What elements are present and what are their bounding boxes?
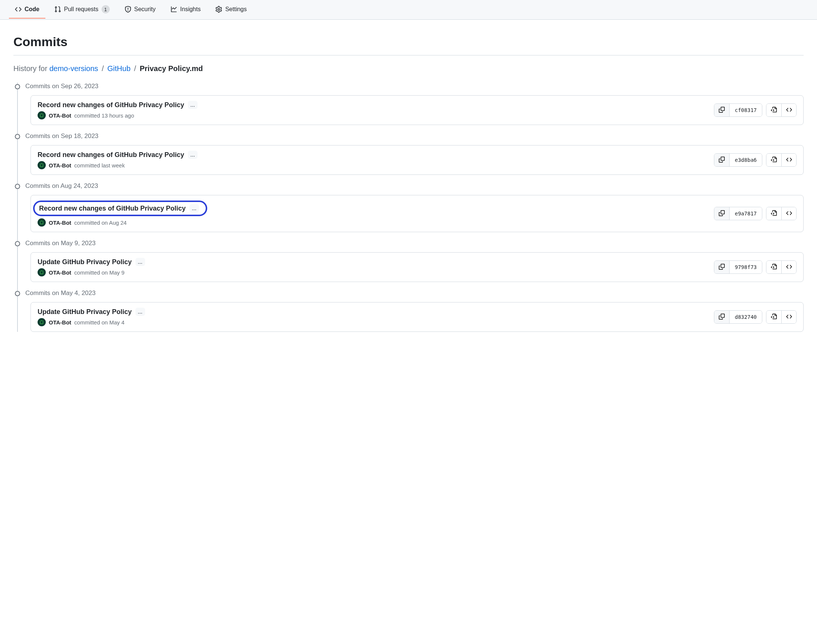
gear-icon [215,6,222,13]
commit-list: Record new changes of GitHub Privacy Pol… [31,195,803,232]
breadcrumb-sep: / [134,64,136,72]
commit-author-link[interactable]: OTA-Bot [49,219,71,226]
avatar[interactable] [38,161,46,169]
commit-date-label: Commits on Sep 18, 2023 [25,132,803,140]
commit-meta: OTA-Botcommitted on Aug 24 [38,218,714,227]
code-icon [15,6,21,13]
view-commit-link[interactable]: e3d8ba6 [729,154,762,166]
tab-label: Code [25,6,40,13]
view-file-button[interactable] [766,311,781,323]
sha-button-group: 9798f73 [714,261,762,274]
avatar[interactable] [38,268,46,276]
commit-author-link[interactable]: OTA-Bot [49,162,71,169]
tab-code[interactable]: Code [9,1,45,18]
breadcrumb-folder[interactable]: GitHub [107,64,130,72]
commit-actions: d832740 [714,310,797,324]
commit-title-link[interactable]: Record new changes of GitHub Privacy Pol… [38,101,184,109]
tab-insights[interactable]: Insights [164,1,207,18]
copy-sha-button[interactable] [714,311,729,323]
copy-sha-button[interactable] [714,154,729,166]
commit-title-link[interactable]: Update GitHub Privacy Policy [38,258,132,266]
commit-date-label: Commits on May 4, 2023 [25,290,803,297]
tab-label: Security [134,6,156,13]
timeline-marker-icon [15,84,20,89]
commit-date-group: Commits on Aug 24, 2023Record new change… [25,182,803,232]
copy-sha-button[interactable] [714,261,729,273]
avatar[interactable] [38,111,46,120]
view-commit-link[interactable]: d832740 [729,311,762,323]
commit-meta: OTA-Botcommitted last week [38,161,714,169]
browse-button-group [766,310,797,324]
tab-security[interactable]: Security [119,1,162,18]
commit-date-label: Commits on May 9, 2023 [25,239,803,247]
commit-expand-button[interactable]: … [189,204,199,212]
commit-title-row: Record new changes of GitHub Privacy Pol… [33,201,207,216]
timeline-marker-icon [15,184,20,189]
divider [14,55,803,55]
view-commit-link[interactable]: e9a7817 [729,207,762,220]
browse-repo-button[interactable] [781,207,796,220]
tab-label: Pull requests [64,6,99,13]
commit-row: Update GitHub Privacy Policy…OTA-Botcomm… [31,302,803,331]
commit-row: Record new changes of GitHub Privacy Pol… [31,96,803,125]
sha-button-group: e3d8ba6 [714,153,762,167]
view-commit-link[interactable]: 9798f73 [729,261,762,273]
commit-title-row: Record new changes of GitHub Privacy Pol… [38,151,714,159]
commit-info: Update GitHub Privacy Policy…OTA-Botcomm… [38,308,714,326]
copy-icon [719,314,725,321]
commit-list: Update GitHub Privacy Policy…OTA-Botcomm… [31,252,803,282]
copy-sha-button[interactable] [714,207,729,220]
commit-expand-button[interactable]: … [135,258,145,266]
view-commit-link[interactable]: cf08317 [729,104,762,117]
browse-button-group [766,153,797,167]
commit-row: Record new changes of GitHub Privacy Pol… [31,195,803,232]
commit-expand-button[interactable]: … [188,151,198,159]
breadcrumb-repo[interactable]: demo-versions [49,64,98,72]
code-icon [786,156,792,164]
file-code-icon [771,264,777,271]
commit-meta: OTA-Botcommitted 13 hours ago [38,111,714,120]
commit-expand-button[interactable]: … [135,308,145,316]
commit-time: committed 13 hours ago [74,112,134,119]
tab-settings[interactable]: Settings [210,1,253,18]
timeline-marker-icon [15,291,20,296]
commit-time: committed last week [74,162,125,169]
browse-button-group [766,261,797,274]
view-file-button[interactable] [766,154,781,166]
code-icon [786,107,792,114]
browse-repo-button[interactable] [781,154,796,166]
browse-button-group [766,207,797,220]
view-file-button[interactable] [766,207,781,220]
pull-request-icon [54,6,61,13]
commit-date-group: Commits on Sep 18, 2023Record new change… [25,132,803,175]
commit-date-group: Commits on Sep 26, 2023Record new change… [25,83,803,125]
commit-expand-button[interactable]: … [188,101,198,109]
view-file-button[interactable] [766,104,781,117]
browse-repo-button[interactable] [781,261,796,273]
browse-repo-button[interactable] [781,311,796,323]
main-container: Commits History for demo-versions / GitH… [0,20,817,348]
code-icon [786,264,792,271]
commit-actions: e3d8ba6 [714,153,797,167]
shield-icon [125,6,131,13]
file-code-icon [771,156,777,164]
commit-time: committed on May 9 [74,269,125,276]
commit-date-label: Commits on Sep 26, 2023 [25,83,803,90]
commit-title-link[interactable]: Update GitHub Privacy Policy [38,308,132,316]
browse-repo-button[interactable] [781,104,796,117]
file-code-icon [771,314,777,321]
tab-pull-requests[interactable]: Pull requests 1 [48,0,116,19]
commit-list: Record new changes of GitHub Privacy Pol… [31,145,803,175]
view-file-button[interactable] [766,261,781,273]
commit-author-link[interactable]: OTA-Bot [49,319,71,325]
avatar[interactable] [38,218,46,227]
commit-actions: cf08317 [714,103,797,117]
copy-sha-button[interactable] [714,104,729,117]
commit-title-link[interactable]: Record new changes of GitHub Privacy Pol… [39,205,185,212]
commit-author-link[interactable]: OTA-Bot [49,112,71,119]
commit-info: Record new changes of GitHub Privacy Pol… [38,151,714,169]
commit-title-link[interactable]: Record new changes of GitHub Privacy Pol… [38,151,184,159]
tab-label: Settings [225,6,247,13]
commit-author-link[interactable]: OTA-Bot [49,269,71,276]
avatar[interactable] [38,318,46,326]
